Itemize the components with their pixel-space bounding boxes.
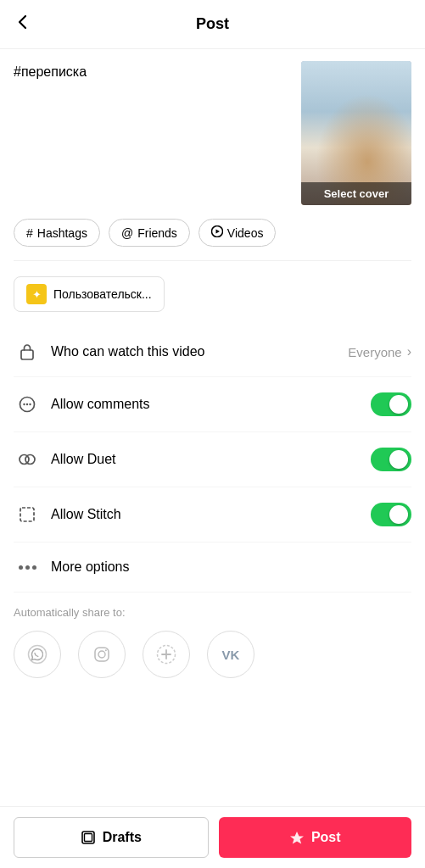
toggle-track: [371, 448, 411, 471]
videos-label: Videos: [227, 226, 264, 240]
stitch-icon: [14, 505, 41, 524]
instagram-share-button[interactable]: [78, 631, 126, 678]
tags-row: # Hashtags @ Friends Videos: [14, 219, 411, 247]
allow-duet-label: Allow Duet: [51, 452, 371, 467]
svg-point-6: [29, 403, 31, 405]
allow-stitch-toggle[interactable]: [371, 503, 411, 526]
cover-area[interactable]: Select cover: [301, 61, 411, 205]
bottom-action-bar: Drafts Post: [0, 806, 425, 868]
svg-rect-11: [95, 648, 109, 661]
svg-rect-18: [84, 834, 92, 842]
addmore-share-button[interactable]: [143, 631, 190, 678]
allow-duet-row: Allow Duet: [14, 432, 411, 487]
share-section: Automatically share to:: [14, 593, 411, 692]
lock-icon: [14, 342, 41, 361]
comment-icon: [14, 395, 41, 414]
more-options-label: More options: [51, 559, 130, 575]
vk-icon: VK: [222, 648, 240, 662]
svg-marker-1: [215, 230, 220, 234]
allow-duet-toggle[interactable]: [371, 448, 411, 471]
allow-comments-toggle[interactable]: [371, 392, 411, 416]
hashtag-icon: #: [26, 226, 33, 240]
bottom-spacer: [14, 692, 411, 768]
drafts-button[interactable]: Drafts: [14, 817, 209, 858]
toggle-thumb: [389, 505, 408, 524]
allow-comments-label: Allow comments: [51, 397, 371, 412]
hashtags-pill[interactable]: # Hashtags: [14, 219, 100, 247]
svg-point-8: [25, 455, 35, 465]
toggle-thumb: [389, 395, 408, 414]
custom-tag-label: Пользовательск...: [53, 287, 152, 301]
divider-1: [14, 260, 411, 261]
allow-stitch-row: Allow Stitch: [14, 487, 411, 542]
svg-rect-2: [21, 350, 33, 359]
custom-tag-button[interactable]: ✦ Пользовательск...: [14, 276, 165, 312]
vk-share-button[interactable]: VK: [207, 631, 254, 678]
svg-point-4: [23, 403, 25, 405]
post-icon: [289, 830, 305, 845]
drafts-icon: [81, 830, 96, 845]
top-section: #переписка Select cover: [14, 61, 411, 205]
duet-icon: [14, 450, 41, 469]
header: Post: [0, 0, 425, 49]
more-options-row[interactable]: More options: [14, 542, 411, 593]
settings-section: Who can watch this video Everyone › Allo…: [14, 327, 411, 542]
svg-point-13: [105, 649, 107, 651]
svg-rect-9: [20, 508, 34, 521]
who-can-watch-row[interactable]: Who can watch this video Everyone ›: [14, 327, 411, 377]
toggle-track: [371, 392, 411, 416]
more-options-icon: [14, 565, 41, 570]
caption-text[interactable]: #переписка: [14, 61, 291, 80]
main-content: #переписка Select cover # Hashtags @ Fri…: [0, 49, 425, 780]
at-icon: @: [121, 226, 133, 240]
cover-label: Select cover: [301, 182, 411, 205]
drafts-label: Drafts: [103, 830, 142, 845]
who-can-watch-label: Who can watch this video: [51, 344, 348, 359]
post-button[interactable]: Post: [219, 817, 412, 858]
chevron-right-icon: ›: [407, 344, 411, 359]
allow-comments-row: Allow comments: [14, 377, 411, 432]
play-icon: [211, 225, 223, 240]
videos-pill[interactable]: Videos: [199, 219, 277, 247]
share-icons-row: VK: [14, 631, 411, 678]
svg-point-5: [26, 403, 28, 405]
allow-stitch-label: Allow Stitch: [51, 507, 371, 522]
toggle-track: [371, 503, 411, 526]
custom-tag-icon: ✦: [26, 284, 47, 304]
svg-point-12: [98, 651, 105, 658]
toggle-thumb: [389, 450, 408, 469]
share-label: Automatically share to:: [14, 606, 411, 619]
who-can-watch-value: Everyone: [348, 345, 401, 359]
friends-pill[interactable]: @ Friends: [109, 219, 190, 247]
post-label: Post: [311, 830, 341, 845]
who-can-watch-value-area: Everyone ›: [348, 344, 411, 359]
page-title: Post: [196, 15, 229, 33]
friends-label: Friends: [137, 226, 177, 240]
back-button[interactable]: [14, 13, 32, 36]
hashtags-label: Hashtags: [37, 226, 87, 240]
whatsapp-share-button[interactable]: [14, 631, 61, 678]
